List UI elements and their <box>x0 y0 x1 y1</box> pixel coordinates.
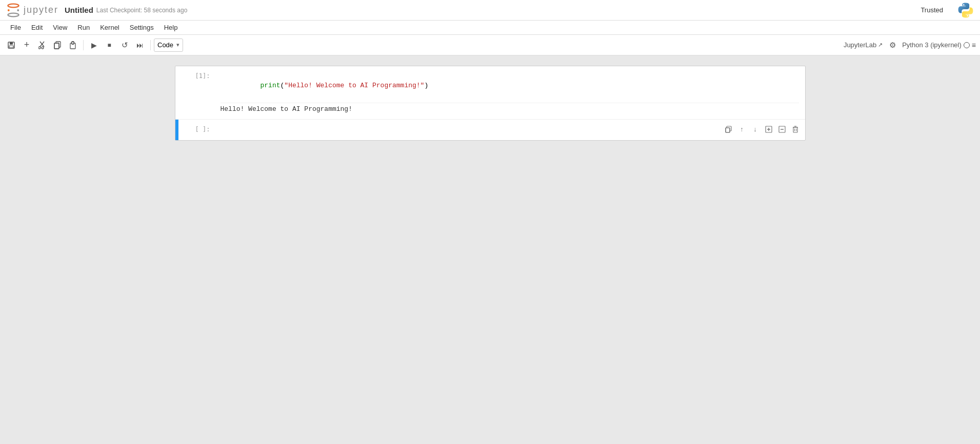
menu-file[interactable]: File <box>6 23 25 32</box>
dropdown-arrow-icon: ▾ <box>176 42 179 48</box>
cell-1-content[interactable]: print("Hello! Welcome to AI Programming!… <box>214 66 805 119</box>
menu-bar: File Edit View Run Kernel Settings Help <box>0 21 980 35</box>
checkpoint-text: Last Checkpoint: 58 seconds ago <box>96 7 187 14</box>
main-area: [1]: print("Hello! Welcome to AI Program… <box>0 55 980 444</box>
toolbar-separator-2 <box>150 40 151 50</box>
settings-icon-button[interactable]: ⚙ <box>887 40 898 51</box>
cell-2-code[interactable] <box>221 124 799 134</box>
menu-help[interactable]: Help <box>160 23 182 32</box>
cell-delete-button[interactable] <box>790 124 801 135</box>
svg-rect-6 <box>9 46 13 48</box>
cell-comment-button[interactable] <box>776 124 788 135</box>
kernel-status-circle <box>964 42 970 48</box>
fast-forward-icon: ⏭ <box>136 41 144 49</box>
jupyterlab-label: JupyterLab <box>844 41 876 49</box>
code-paren-close: ) <box>424 82 428 89</box>
svg-rect-12 <box>54 43 59 49</box>
external-link-icon: ↗ <box>878 42 883 48</box>
svg-point-9 <box>38 47 41 49</box>
cell-move-down-button[interactable]: ↓ <box>750 124 761 135</box>
settings-gear-icon: ⚙ <box>889 41 896 50</box>
restart-button[interactable]: ↺ <box>117 38 132 52</box>
toolbar-separator-1 <box>83 40 84 50</box>
stop-button[interactable]: ■ <box>102 38 116 52</box>
restart-run-button[interactable]: ⏭ <box>133 38 147 52</box>
cell-type-dropdown[interactable]: Code ▾ <box>154 38 183 52</box>
run-button[interactable]: ▶ <box>87 38 101 52</box>
arrow-down-icon: ↓ <box>753 125 757 133</box>
add-cell-button[interactable]: + <box>19 38 34 52</box>
toolbar-right: JupyterLab ↗ ⚙ Python 3 (ipykernel) ≡ <box>844 40 976 51</box>
svg-point-3 <box>17 9 19 11</box>
svg-point-10 <box>42 47 44 49</box>
svg-rect-25 <box>793 127 797 132</box>
kernel-name-label: Python 3 (ipykernel) <box>902 41 962 49</box>
svg-point-1 <box>8 13 18 16</box>
save-button[interactable] <box>4 38 18 52</box>
svg-rect-5 <box>10 42 13 45</box>
jupyter-logo-icon <box>6 3 21 17</box>
menu-settings[interactable]: Settings <box>126 23 158 32</box>
paste-button[interactable] <box>66 38 80 52</box>
cell-1-index: [1]: <box>178 66 214 119</box>
cell-1-output: Hello! Welcome to AI Programming! <box>221 103 799 115</box>
stop-icon: ■ <box>107 42 111 49</box>
menu-view[interactable]: View <box>49 23 71 32</box>
notebook-title[interactable]: Untitled <box>65 6 93 14</box>
run-icon: ▶ <box>91 41 97 49</box>
menu-edit[interactable]: Edit <box>27 23 47 32</box>
cell-1-code[interactable]: print("Hello! Welcome to AI Programming!… <box>221 70 799 101</box>
jupyter-logo-text: jupyter <box>24 5 58 15</box>
plus-icon: + <box>24 40 30 50</box>
notebook-container: [1]: print("Hello! Welcome to AI Program… <box>175 66 806 141</box>
cell-2-index: [ ]: <box>178 120 214 140</box>
cell-move-up-button[interactable]: ↑ <box>736 124 748 135</box>
svg-point-2 <box>8 9 10 11</box>
restart-icon: ↺ <box>122 41 128 50</box>
cell-2: [ ]: ↑ ↓ <box>175 120 805 140</box>
logo-area: jupyter <box>6 3 58 17</box>
cut-button[interactable] <box>35 38 49 52</box>
svg-point-0 <box>8 4 18 7</box>
python-logo-icon <box>957 2 974 20</box>
menu-kernel[interactable]: Kernel <box>96 23 124 32</box>
copy-button[interactable] <box>50 38 65 52</box>
cell-toolbar: ↑ ↓ <box>723 124 801 135</box>
kernel-menu-icon: ≡ <box>972 41 976 49</box>
svg-rect-18 <box>726 128 730 132</box>
code-keyword-print: print <box>261 82 281 89</box>
menu-run[interactable]: Run <box>73 23 94 32</box>
cell-1: [1]: print("Hello! Welcome to AI Program… <box>175 66 805 120</box>
code-string: "Hello! Welcome to AI Programming!" <box>284 82 424 89</box>
toolbar: + ▶ ■ ↺ ⏭ Code ▾ <box>0 35 980 55</box>
cell-copy-button[interactable] <box>723 124 734 135</box>
jupyterlab-link[interactable]: JupyterLab ↗ <box>844 41 883 49</box>
trusted-badge[interactable]: Trusted <box>921 6 943 14</box>
kernel-status[interactable]: Python 3 (ipykernel) ≡ <box>902 41 976 49</box>
cell-type-label: Code <box>157 41 173 49</box>
cell-add-below-button[interactable] <box>763 124 774 135</box>
arrow-up-icon: ↑ <box>740 125 744 133</box>
cell-2-content[interactable] <box>214 120 805 140</box>
